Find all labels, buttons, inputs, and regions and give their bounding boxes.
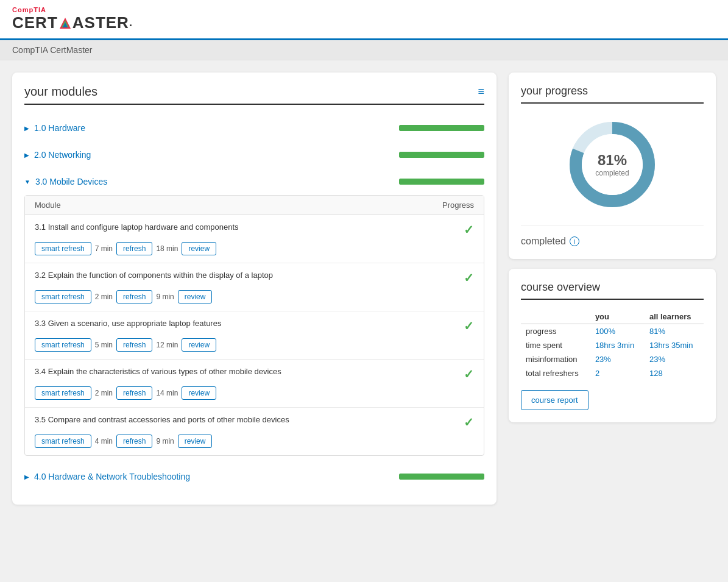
breadcrumb-text: CompTIA CertMaster bbox=[12, 45, 92, 55]
smart-refresh-btn-3-3[interactable]: smart refresh bbox=[35, 338, 91, 352]
progress-bar-3 bbox=[399, 179, 484, 185]
module-title-2: ▶ 2.0 Networking bbox=[24, 150, 91, 160]
smart-refresh-time-3-3: 5 min bbox=[95, 341, 113, 349]
overview-all-progress: 81% bbox=[645, 324, 704, 339]
progress-card: your progress 81% completed bbox=[509, 73, 716, 259]
menu-icon[interactable]: ≡ bbox=[478, 85, 484, 98]
overview-you-misinfo: 23% bbox=[590, 352, 645, 366]
row-3-2-title: 3.2 Explain the function of components w… bbox=[35, 271, 454, 280]
progress-bar-fill-1 bbox=[399, 125, 484, 131]
refresh-btn-3-1[interactable]: refresh bbox=[116, 242, 152, 255]
col-header-label bbox=[521, 310, 590, 324]
progress-bar-fill-4 bbox=[399, 474, 484, 480]
donut-container: 81% completed bbox=[521, 116, 704, 213]
smart-refresh-time-3-5: 4 min bbox=[95, 437, 113, 445]
overview-label-refreshers: total refreshers bbox=[521, 366, 590, 380]
overview-you-progress: 100% bbox=[590, 324, 645, 339]
table-row: progress 100% 81% bbox=[521, 324, 704, 339]
logo-triangle-icon bbox=[58, 16, 72, 30]
donut-center-text: 81% completed bbox=[595, 152, 629, 177]
module-section-1: ▶ 1.0 Hardware bbox=[24, 117, 484, 139]
smart-refresh-btn-3-4[interactable]: smart refresh bbox=[35, 386, 91, 400]
module-arrow-3: ▼ bbox=[24, 179, 30, 185]
module-header-2[interactable]: ▶ 2.0 Networking bbox=[24, 144, 484, 166]
row-3-5-header: 3.5 Compare and contrast accessories and… bbox=[35, 415, 474, 430]
overview-you-refreshers: 2 bbox=[590, 366, 645, 380]
info-icon[interactable]: i bbox=[570, 236, 579, 246]
row-3-4-title: 3.4 Explain the characteristics of vario… bbox=[35, 367, 454, 376]
module-section-3: ▼ 3.0 Mobile Devices Module Progress 3.1… bbox=[24, 171, 484, 456]
refresh-btn-3-4[interactable]: refresh bbox=[116, 386, 152, 400]
overview-table: you all learners progress 100% 81% time … bbox=[521, 310, 704, 380]
module-label-4: 4.0 Hardware & Network Troubleshooting bbox=[34, 472, 190, 481]
review-btn-3-4[interactable]: review bbox=[182, 386, 216, 400]
panel-title: your modules bbox=[24, 85, 97, 99]
smart-refresh-btn-3-2[interactable]: smart refresh bbox=[35, 290, 91, 303]
right-panel: your progress 81% completed bbox=[509, 73, 716, 505]
progress-bar-2 bbox=[399, 152, 484, 158]
refresh-time-3-5: 9 min bbox=[156, 437, 174, 445]
completed-section: completed i bbox=[521, 225, 704, 247]
table-row: 3.3 Given a scenario, use appropriate la… bbox=[25, 311, 484, 360]
smart-refresh-time-3-2: 2 min bbox=[95, 293, 113, 301]
module-label-1: 1.0 Hardware bbox=[34, 123, 85, 133]
refresh-time-3-2: 9 min bbox=[156, 293, 174, 301]
overview-all-refreshers: 128 bbox=[645, 366, 704, 380]
refresh-btn-3-2[interactable]: refresh bbox=[116, 290, 152, 303]
row-3-5-check: ✓ bbox=[464, 415, 474, 430]
module-header-3[interactable]: ▼ 3.0 Mobile Devices bbox=[24, 171, 484, 193]
donut-percent: 81% bbox=[595, 152, 629, 169]
row-3-3-actions: smart refresh 5 min refresh 12 min revie… bbox=[35, 338, 474, 352]
review-btn-3-3[interactable]: review bbox=[182, 338, 216, 352]
completed-text: completed bbox=[521, 236, 566, 247]
logo-cert-text: CERT bbox=[12, 13, 58, 32]
breadcrumb: CompTIA CertMaster bbox=[0, 40, 728, 60]
overview-label-misinfo: misinformation bbox=[521, 352, 590, 366]
review-btn-3-2[interactable]: review bbox=[178, 290, 213, 303]
header: CompTIA CERT ASTER . bbox=[0, 0, 728, 40]
main-layout: your modules ≡ ▶ 1.0 Hardware ▶ 2.0 Netw… bbox=[0, 60, 728, 517]
progress-card-title: your progress bbox=[521, 85, 704, 104]
row-3-1-actions: smart refresh 7 min refresh 18 min revie… bbox=[35, 242, 474, 255]
review-btn-3-5[interactable]: review bbox=[178, 435, 213, 448]
module-arrow-1: ▶ bbox=[24, 125, 29, 132]
module-label-2: 2.0 Networking bbox=[34, 150, 91, 160]
logo-container: CompTIA CERT ASTER . bbox=[12, 6, 133, 32]
table-row: 3.5 Compare and contrast accessories and… bbox=[25, 408, 484, 455]
row-3-5-actions: smart refresh 4 min refresh 9 min review bbox=[35, 435, 474, 448]
table-row: 3.4 Explain the characteristics of vario… bbox=[25, 360, 484, 408]
row-3-2-actions: smart refresh 2 min refresh 9 min review bbox=[35, 290, 474, 303]
module-header-1[interactable]: ▶ 1.0 Hardware bbox=[24, 117, 484, 139]
module-section-2: ▶ 2.0 Networking bbox=[24, 144, 484, 166]
col-header-you: you bbox=[590, 310, 645, 324]
refresh-time-3-3: 12 min bbox=[156, 341, 178, 349]
refresh-time-3-4: 14 min bbox=[156, 389, 178, 397]
overview-card: course overview you all learners progres… bbox=[509, 269, 716, 422]
progress-bar-4 bbox=[399, 474, 484, 480]
refresh-btn-3-5[interactable]: refresh bbox=[116, 435, 152, 448]
left-panel: your modules ≡ ▶ 1.0 Hardware ▶ 2.0 Netw… bbox=[12, 73, 497, 505]
table-row: time spent 18hrs 3min 13hrs 35min bbox=[521, 338, 704, 352]
module-label-3: 3.0 Mobile Devices bbox=[35, 177, 107, 186]
module-title-3: ▼ 3.0 Mobile Devices bbox=[24, 177, 107, 186]
donut-wrapper: 81% completed bbox=[564, 116, 661, 213]
smart-refresh-btn-3-1[interactable]: smart refresh bbox=[35, 242, 91, 255]
row-3-1-title: 3.1 Install and configure laptop hardwar… bbox=[35, 222, 454, 232]
smart-refresh-time-3-1: 7 min bbox=[95, 244, 113, 253]
col-header-all: all learners bbox=[645, 310, 704, 324]
module-section-4: ▶ 4.0 Hardware & Network Troubleshooting bbox=[24, 466, 484, 488]
refresh-time-3-1: 18 min bbox=[156, 244, 178, 253]
overview-label-timespent: time spent bbox=[521, 338, 590, 352]
module-title-1: ▶ 1.0 Hardware bbox=[24, 123, 85, 133]
overview-label-progress: progress bbox=[521, 324, 590, 339]
smart-refresh-btn-3-5[interactable]: smart refresh bbox=[35, 435, 91, 448]
table-header-3: Module Progress bbox=[25, 196, 484, 215]
course-report-button[interactable]: course report bbox=[521, 390, 588, 410]
refresh-btn-3-3[interactable]: refresh bbox=[116, 338, 152, 352]
col-module: Module bbox=[35, 201, 61, 210]
row-3-3-header: 3.3 Given a scenario, use appropriate la… bbox=[35, 319, 474, 333]
module-header-4[interactable]: ▶ 4.0 Hardware & Network Troubleshooting bbox=[24, 466, 484, 488]
overview-all-timespent: 13hrs 35min bbox=[645, 338, 704, 352]
review-btn-3-1[interactable]: review bbox=[182, 242, 216, 255]
table-row: misinformation 23% 23% bbox=[521, 352, 704, 366]
